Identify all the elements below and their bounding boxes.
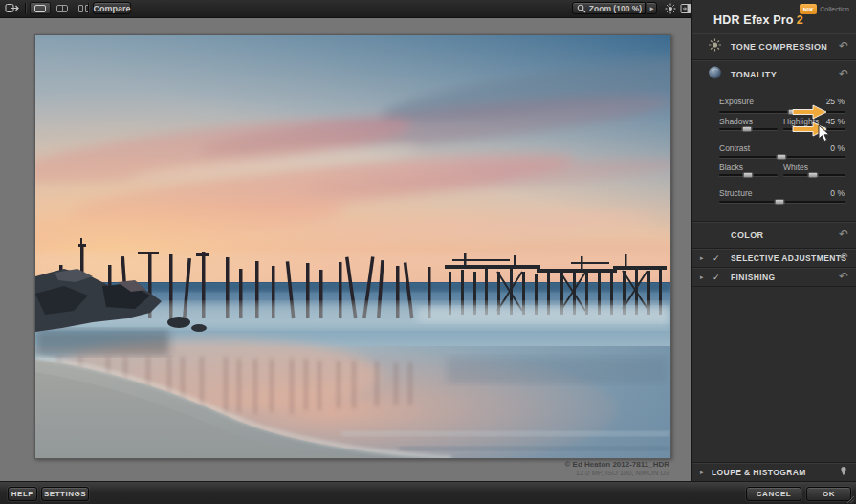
blacks-slider-handle[interactable] xyxy=(742,172,753,178)
sphere-icon xyxy=(708,66,722,84)
shadows-label: Shadows xyxy=(719,117,753,126)
annotation-arrow-exposure xyxy=(792,104,828,120)
reset-icon[interactable]: ↶ xyxy=(839,271,848,282)
section-selective-adjustments[interactable]: ▸ ✓ SELECTIVE ADJUSTMENTS ↶ xyxy=(692,248,856,268)
chevron-right-icon: ▸ xyxy=(650,5,654,12)
magnifier-icon xyxy=(577,4,586,13)
photo-credit-line2: 12.0 MP, ISO 100, NIKON D3 xyxy=(34,469,669,477)
structure-slider[interactable] xyxy=(719,201,845,203)
section-label: COLOR xyxy=(731,230,764,240)
section-tonality[interactable]: TONALITY ↶ xyxy=(692,59,856,89)
preview-canvas: © Ed Heaton 2012-7811_HDR 12.0 MP, ISO 1… xyxy=(0,17,691,481)
settings-button[interactable]: SETTINGS xyxy=(41,487,89,501)
toolbar-divider xyxy=(88,3,89,13)
adjustments-panel: NIK Collection HDR Efex Pro2 TONE COMPRE… xyxy=(691,0,856,481)
hdr-efex-pro-window: Compare Zoom (100 %) ▸ xyxy=(0,0,856,504)
contrast-slider[interactable] xyxy=(719,156,845,158)
checkbox-finishing[interactable]: ✓ xyxy=(713,273,720,282)
sun-icon xyxy=(708,38,722,56)
beach-pier-photo xyxy=(35,35,670,458)
panel-toggle-icon xyxy=(680,3,691,14)
image-preview[interactable] xyxy=(34,34,671,459)
panel-toggle-button[interactable] xyxy=(679,2,691,14)
ok-button[interactable]: OK xyxy=(806,487,851,501)
export-icon xyxy=(5,2,20,14)
zoom-dropdown-button[interactable]: ▸ xyxy=(647,2,657,14)
nik-collection-brand: NIK Collection xyxy=(800,4,849,14)
section-loupe-histogram[interactable]: ▸ LOUPE & HISTOGRAM xyxy=(692,462,856,482)
export-button[interactable] xyxy=(4,2,21,14)
bottom-bar: HELP SETTINGS CANCEL OK xyxy=(0,481,856,504)
view-mode-side-by-side-button[interactable] xyxy=(74,2,95,14)
exposure-value: 25 % xyxy=(826,97,845,106)
expand-triangle-icon[interactable]: ▸ xyxy=(700,254,704,262)
photo-credit-line1: © Ed Heaton 2012-7811_HDR xyxy=(34,460,669,469)
app-version: 2 xyxy=(797,13,803,27)
whites-label: Whites xyxy=(783,163,808,172)
reset-icon[interactable]: ↶ xyxy=(839,229,848,240)
zoom-control[interactable]: Zoom (100 %) xyxy=(572,2,646,14)
zoom-level-label: Zoom (100 %) xyxy=(589,4,642,13)
section-label: LOUPE & HISTOGRAM xyxy=(712,468,806,477)
section-label: FINISHING xyxy=(731,273,776,282)
contrast-value: 0 % xyxy=(830,143,845,153)
background-brightness-button[interactable] xyxy=(664,2,676,14)
reset-icon[interactable]: ↶ xyxy=(839,68,848,79)
exposure-label: Exposure xyxy=(719,97,754,106)
reset-icon[interactable]: ↶ xyxy=(839,252,848,263)
view-mode-split-button[interactable] xyxy=(52,2,73,14)
view-mode-single-button[interactable] xyxy=(30,2,51,14)
section-color[interactable]: COLOR ↶ xyxy=(692,221,856,249)
compare-button[interactable]: Compare xyxy=(93,2,131,14)
help-button[interactable]: HELP xyxy=(8,487,37,501)
pin-icon[interactable] xyxy=(839,466,848,479)
checkbox-selective-adjustments[interactable]: ✓ xyxy=(713,253,720,263)
expand-triangle-icon[interactable]: ▸ xyxy=(700,274,704,281)
lights-icon xyxy=(665,3,676,14)
section-label: TONALITY xyxy=(731,70,777,79)
section-label: SELECTIVE ADJUSTMENTS xyxy=(731,253,846,263)
blacks-label: Blacks xyxy=(719,163,743,172)
reset-icon[interactable]: ↶ xyxy=(839,40,848,52)
shadows-slider-handle[interactable] xyxy=(741,126,752,132)
section-finishing[interactable]: ▸ ✓ FINISHING ↶ xyxy=(692,267,856,287)
expand-triangle-icon[interactable]: ▸ xyxy=(700,469,704,476)
structure-value: 0 % xyxy=(830,188,845,198)
single-preview-icon xyxy=(34,5,46,12)
collection-label: Collection xyxy=(820,6,849,12)
app-title: HDR Efex Pro2 xyxy=(713,13,803,27)
split-preview-icon xyxy=(56,5,68,12)
shadows-slider[interactable] xyxy=(719,128,778,130)
toolbar-divider xyxy=(25,3,26,13)
top-toolbar: Compare Zoom (100 %) ▸ xyxy=(0,0,691,18)
resize-grip[interactable] xyxy=(845,494,855,504)
whites-slider-handle[interactable] xyxy=(808,172,819,178)
structure-label: Structure xyxy=(719,188,753,198)
section-label: TONE COMPRESSION xyxy=(731,42,827,52)
blacks-slider[interactable] xyxy=(719,174,778,176)
section-tone-compression[interactable]: TONE COMPRESSION ↶ xyxy=(692,33,856,60)
mouse-cursor xyxy=(818,124,831,143)
whites-slider[interactable] xyxy=(783,174,845,176)
contrast-slider-handle[interactable] xyxy=(776,154,786,160)
cancel-button[interactable]: CANCEL xyxy=(746,487,801,501)
contrast-label: Contrast xyxy=(719,143,750,153)
structure-slider-handle[interactable] xyxy=(775,199,785,205)
photo-credit: © Ed Heaton 2012-7811_HDR 12.0 MP, ISO 1… xyxy=(34,460,669,477)
